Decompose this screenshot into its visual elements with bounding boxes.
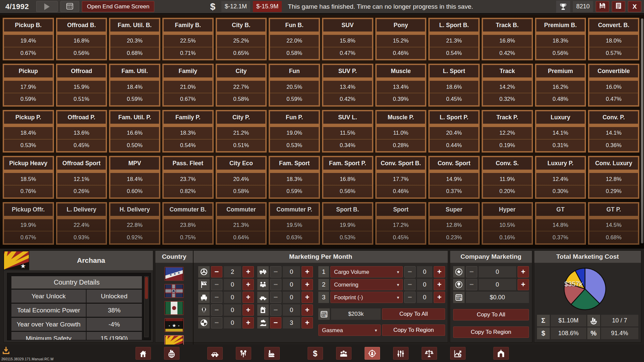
segment-card[interactable]: SUV P.13.4%0.42%	[322, 64, 373, 106]
segment-card[interactable]: Pass. Fleet23.7%0.82%	[162, 156, 214, 198]
segment-card[interactable]: City P.21.2%0.51%	[216, 110, 267, 153]
toolbar-people-button[interactable]	[336, 347, 352, 360]
decrease-button[interactable]: −	[404, 266, 416, 278]
priority-select[interactable]: Footprint (-)▾	[330, 292, 403, 303]
increase-button[interactable]: +	[243, 279, 254, 290]
decrease-button[interactable]: −	[211, 266, 222, 278]
segment-card[interactable]: Offroad Sport12.1%0.26%	[56, 156, 107, 198]
segment-card[interactable]: Convert. B.18.0%0.57%	[588, 18, 639, 60]
segment-card[interactable]: Fam. Util. B.20.3%0.68%	[109, 18, 160, 60]
segment-card[interactable]: Sport17.2%0.45%	[375, 202, 427, 245]
segment-card[interactable]: L. Sport18.6%0.45%	[428, 64, 480, 106]
country-flag-button-flag-cross[interactable]	[164, 284, 184, 298]
decrease-button[interactable]: −	[270, 279, 281, 290]
increase-button[interactable]: +	[243, 292, 254, 303]
increase-button[interactable]: +	[302, 304, 313, 316]
segment-card[interactable]: Pickup Heavy18.5%0.76%	[3, 156, 54, 198]
region-select[interactable]: Gasmea ▾	[318, 324, 381, 336]
copy-to-region-button[interactable]: Copy To Region	[382, 324, 445, 336]
segment-card[interactable]: Pickup B.19.4%0.67%	[3, 18, 54, 60]
segment-card[interactable]: Fam. Sport18.3%0.59%	[269, 156, 320, 198]
scrollbar-thumb[interactable]	[145, 277, 148, 299]
increase-button[interactable]: +	[302, 317, 313, 328]
segment-card[interactable]: Conv. Sport B.17.7%0.46%	[375, 156, 427, 198]
increase-button[interactable]: +	[302, 266, 313, 278]
country-flag-button-flag-black-star[interactable]: ★★★	[164, 318, 184, 332]
priority-select[interactable]: Cornering▾	[330, 279, 403, 290]
segment-card[interactable]: MPV18.4%0.60%	[109, 156, 160, 198]
increase-button[interactable]: +	[243, 317, 254, 328]
toolbar-dollar-sign-button[interactable]: $	[308, 347, 323, 360]
segment-card[interactable]: Pony15.2%0.46%	[375, 18, 427, 60]
segment-card[interactable]: Commuter P.19.5%0.63%	[269, 202, 320, 245]
segment-card[interactable]: Family P.18.3%0.54%	[162, 110, 214, 153]
segment-card[interactable]: Family21.0%0.67%	[162, 64, 214, 106]
segment-card[interactable]: Track P.12.2%0.19%	[482, 110, 533, 153]
segment-card[interactable]: Family B.22.5%0.71%	[162, 18, 214, 60]
segment-card[interactable]: Conv. P.14.1%0.36%	[588, 110, 639, 153]
decrease-button[interactable]: −	[211, 279, 222, 290]
country-flag-button-flag-stripe-stars[interactable]: ★★★	[164, 267, 184, 281]
toolbar-chart-money-button[interactable]: $	[450, 347, 466, 360]
segment-card[interactable]: Pickup17.9%0.59%	[3, 64, 54, 106]
segment-card[interactable]: Commuter21.3%0.64%	[216, 202, 267, 245]
increase-button[interactable]: +	[243, 266, 254, 278]
segment-card[interactable]: Offroad P.13.6%0.45%	[56, 110, 107, 153]
play-button[interactable]	[36, 1, 58, 12]
increase-button[interactable]: +	[434, 292, 445, 303]
segment-card[interactable]: Conv. Luxury12.8%0.29%	[588, 156, 639, 198]
segment-card[interactable]: GT14.8%0.37%	[535, 202, 586, 245]
decrease-button[interactable]: −	[211, 292, 222, 303]
segment-card[interactable]: SUV L.11.5%0.34%	[322, 110, 373, 153]
segment-card[interactable]: Premium16.2%0.48%	[535, 64, 586, 106]
increase-button[interactable]: +	[518, 266, 529, 278]
company-copy-to-region-button[interactable]: Copy To Region	[453, 326, 529, 338]
priority-select[interactable]: Cargo Volume▾	[330, 266, 403, 278]
increase-button[interactable]: +	[434, 279, 445, 290]
close-button[interactable]: X	[628, 1, 641, 12]
segment-card[interactable]: Fam. Sport P.16.8%0.56%	[322, 156, 373, 198]
increase-button[interactable]: +	[434, 266, 445, 278]
segment-card[interactable]: Fun20.5%0.59%	[269, 64, 320, 106]
segment-card[interactable]: Fun B.22.0%0.58%	[269, 18, 320, 60]
segment-card[interactable]: L. Sport P.20.4%0.44%	[428, 110, 480, 153]
copy-to-all-button[interactable]: Copy To All	[382, 308, 445, 320]
calendar-button[interactable]	[60, 1, 79, 12]
segment-card[interactable]: Premium B.18.3%0.56%	[535, 18, 586, 60]
segment-card[interactable]: Conv. S.11.9%0.20%	[482, 156, 533, 198]
increase-button[interactable]: +	[302, 292, 313, 303]
segment-card[interactable]: Hyper10.5%0.16%	[482, 202, 533, 245]
decrease-button[interactable]: −	[466, 279, 477, 290]
increase-button[interactable]: +	[302, 279, 313, 290]
download-arrow-icon[interactable]	[2, 346, 10, 356]
segment-card[interactable]: Luxury P.12.4%0.30%	[535, 156, 586, 198]
segment-card[interactable]: H. Delivery22.8%0.92%	[109, 202, 160, 245]
toolbar-components-button[interactable]	[236, 347, 251, 360]
increase-button[interactable]: +	[518, 279, 529, 290]
segment-card[interactable]: SUV15.8%0.47%	[322, 18, 373, 60]
company-copy-to-all-button[interactable]: Copy To All	[453, 309, 529, 320]
decrease-button[interactable]: −	[270, 292, 281, 303]
decrease-button[interactable]: −	[404, 279, 416, 290]
details-scrollbar[interactable]	[144, 276, 149, 337]
segment-card[interactable]: Convertible16.0%0.47%	[588, 64, 639, 106]
segment-card[interactable]: Track14.2%0.32%	[482, 64, 533, 106]
decrease-button[interactable]: −	[270, 317, 281, 328]
segment-card[interactable]: City B.25.2%0.65%	[216, 18, 267, 60]
toolbar-factory-button[interactable]	[264, 347, 280, 360]
decrease-button[interactable]: −	[270, 304, 281, 316]
segment-card[interactable]: Muscle13.4%0.39%	[375, 64, 427, 106]
toolbar-sliders-button[interactable]	[393, 347, 409, 360]
toolbar-showroom-button[interactable]	[493, 347, 509, 360]
segment-card[interactable]: L. Sport B.21.3%0.54%	[428, 18, 480, 60]
segment-card[interactable]: City22.7%0.58%	[216, 64, 267, 106]
toolbar-home-button[interactable]	[136, 347, 151, 360]
segment-card[interactable]: Fam. Util. P.16.6%0.50%	[109, 110, 160, 153]
segment-card[interactable]: Offroad B.16.8%0.56%	[56, 18, 107, 60]
segment-card[interactable]: GT P.14.5%0.68%	[588, 202, 639, 245]
segment-card[interactable]: Offroad15.9%0.51%	[56, 64, 107, 106]
segment-card[interactable]: City Eco20.4%0.58%	[216, 156, 267, 198]
decrease-button[interactable]: −	[270, 266, 281, 278]
toolbar-car-button[interactable]	[207, 347, 223, 360]
open-end-game-button[interactable]: Open End Game Screen	[82, 1, 154, 12]
